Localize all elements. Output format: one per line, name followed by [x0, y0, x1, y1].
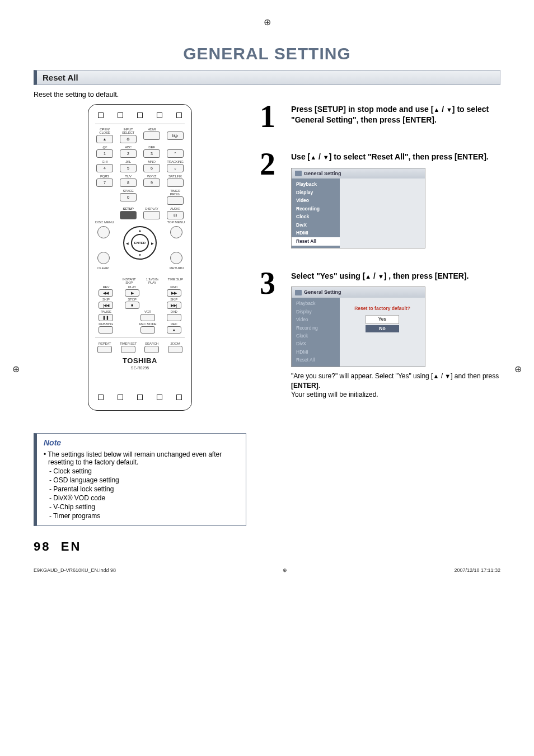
remote-model: SE-R0295 [131, 366, 149, 370]
btn-dvd [167, 314, 181, 321]
lbl-clear: CLEAR [97, 266, 109, 270]
btn-1: 1 [96, 149, 113, 158]
lbl-hdmi: HDMI [148, 128, 156, 131]
btn-4: 4 [96, 164, 113, 172]
btn-7: 7 [96, 179, 113, 187]
wrench-icon [295, 290, 302, 295]
menu-screenshot-3: General Setting Playback Display Video R… [291, 287, 425, 367]
btn-ch-up: ⌃ [167, 149, 184, 158]
step-3-num: 3 [260, 271, 285, 399]
reg-mark-top: ⊕ [34, 17, 500, 27]
step-3: 3 Select "Yes" using [▲ / ▼] , then pres… [260, 271, 500, 399]
btn-skip-next: ▶▶| [167, 302, 181, 309]
btn-repeat [97, 346, 112, 353]
reg-mark-right: ⊕ [514, 364, 522, 374]
section-heading: Reset All [34, 70, 500, 85]
btn-dubbing [99, 326, 113, 334]
btn-9: 9 [143, 179, 160, 187]
nav-pad: ▲ ▼ ◀ ▶ ENTER [123, 226, 157, 260]
reg-mark-left: ⊕ [12, 364, 20, 374]
btn-ch-dn: ⌄ [167, 164, 184, 172]
note-main: The settings listed below will remain un… [44, 450, 239, 466]
btn-rec-mode [140, 326, 155, 334]
btn-open-close: ▲ [96, 135, 113, 143]
btn-0: 0 [120, 193, 137, 201]
wrench-icon [295, 171, 302, 176]
page-title: GENERAL SETTING [34, 44, 500, 63]
note-title: Note [44, 438, 239, 447]
intro-text: Reset the setting to default. [34, 91, 500, 98]
note-box: Note The settings listed below will rema… [34, 433, 246, 526]
note-sub-2: - Parental lock setting [44, 485, 239, 493]
btn-return [170, 252, 182, 264]
btn-audio: ☊ [167, 211, 184, 219]
btn-stop: ■ [125, 302, 139, 309]
menu-selected-reset-all: Reset All [292, 237, 340, 245]
btn-fwd: ▶▶ [167, 289, 181, 297]
note-sub-0: - Clock setting [44, 467, 239, 475]
btn-hdmi [143, 132, 160, 140]
lbl-return: RETURN [170, 266, 184, 270]
btn-2: 2 [120, 149, 137, 158]
up-arrow-icon: ▲ [433, 106, 439, 114]
dialog-yes: Yes [366, 315, 399, 323]
btn-pause: ❚❚ [99, 314, 113, 321]
btn-disc-menu [97, 226, 110, 238]
page-number: 98 EN [34, 539, 500, 554]
reg-mark-bottom: ⊕ [283, 567, 287, 573]
btn-timer-set [121, 346, 135, 353]
note-sub-5: - Timer programs [44, 512, 239, 520]
btn-power: I/⏻ [167, 132, 184, 140]
down-arrow-icon: ▼ [446, 106, 452, 114]
btn-satlink [167, 179, 184, 187]
btn-8: 8 [120, 179, 137, 187]
btn-zoom [168, 346, 182, 353]
btn-setup [120, 211, 137, 219]
step-2-num: 2 [260, 152, 285, 248]
btn-3: 3 [143, 149, 160, 158]
footer-right: 2007/12/18 17:11:32 [454, 567, 500, 573]
btn-rec: ● [167, 326, 181, 334]
menu-screenshot-2: General Setting Playback Display Video R… [291, 168, 425, 248]
btn-search [144, 346, 159, 353]
note-sub-3: - DivX® VOD code [44, 494, 239, 502]
btn-clear [97, 252, 110, 264]
btn-top-menu [170, 226, 182, 238]
btn-display [143, 211, 160, 219]
note-sub-4: - V-Chip setting [44, 503, 239, 511]
lbl-disc-menu: DISC MENU [95, 220, 114, 224]
btn-enter: ENTER [131, 234, 149, 252]
step-2: 2 Use [▲ / ▼] to select "Reset All", the… [260, 152, 500, 248]
btn-rev: ◀◀ [99, 289, 113, 297]
btn-play: ▶ [125, 289, 139, 297]
btn-6: 6 [143, 164, 160, 172]
btn-vcr [140, 314, 155, 321]
footer-left: E9KGAUD_D-VR610KU_EN.indd 98 [34, 567, 116, 573]
btn-timer-prog [167, 196, 184, 205]
lbl-top-menu: TOP MENU [167, 220, 185, 224]
remote-brand: TOSHIBA [123, 356, 157, 365]
lbl-open-close: OPEN/ CLOSE [95, 128, 115, 134]
step-1: 1 Press [SETUP] in stop mode and use [▲ … [260, 104, 500, 129]
lbl-input-select: INPUT SELECT [118, 128, 138, 134]
btn-input-select: ⊕ [120, 135, 137, 143]
btn-skip-prev: |◀◀ [99, 302, 113, 309]
dialog-no: No [366, 325, 399, 332]
remote-control-diagram: OPEN/ CLOSE▲ INPUT SELECT⊕ HDMI I/⏻ .@/:… [88, 104, 192, 411]
note-sub-1: - OSD language setting [44, 476, 239, 484]
dialog-question: Reset to factory default? [344, 306, 420, 312]
btn-5: 5 [120, 164, 137, 172]
step-1-num: 1 [260, 104, 285, 129]
